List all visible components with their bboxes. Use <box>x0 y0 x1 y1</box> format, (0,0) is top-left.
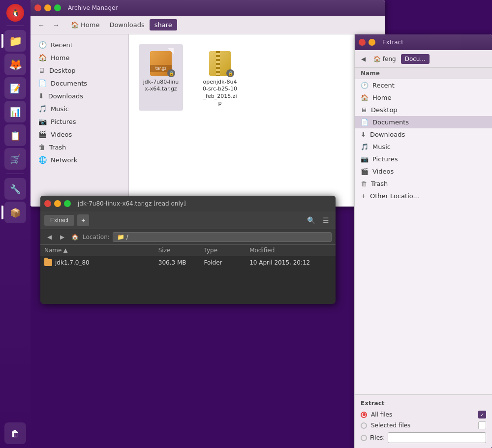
inner-close-button[interactable] <box>44 200 51 207</box>
extract-sidebar-other[interactable]: + Other Locatio... <box>355 190 492 202</box>
archive-manager-file-area: tar.gz 🔒 jdk-7u80-linux-x64.tar.gz 🔒 <box>129 34 385 207</box>
extract-sidebar-home[interactable]: 🏠 Home <box>355 91 492 104</box>
breadcrumb-share[interactable]: share <box>150 19 177 30</box>
inner-add-button[interactable]: + <box>77 214 89 226</box>
radio-selected-files[interactable] <box>361 422 367 429</box>
inner-forward-button[interactable]: ▶ <box>57 232 67 242</box>
extract-options-title: Extract <box>361 400 486 407</box>
sidebar-item-downloads[interactable]: ⬇ Downloads <box>32 90 126 102</box>
tar-gz-icon: tar.gz 🔒 <box>148 48 174 76</box>
col-header-name[interactable]: Name ▲ <box>44 247 158 254</box>
breadcrumb-home[interactable]: 🏠 Home <box>66 19 104 30</box>
sidebar-item-documents[interactable]: 📄 Documents <box>32 77 126 90</box>
videos-icon: 🎬 <box>38 130 47 138</box>
writer-taskbar-icon[interactable]: 📝 <box>4 77 26 99</box>
file-size-cell: 306.3 MB <box>158 259 204 266</box>
extract-back-button[interactable]: ◀ <box>358 54 369 64</box>
extract-breadcrumb-docu[interactable]: Docu... <box>401 54 430 64</box>
calc-taskbar-icon[interactable]: 📊 <box>4 101 26 122</box>
breadcrumb-downloads[interactable]: Downloads <box>104 19 149 30</box>
col-header-modified[interactable]: Modified <box>249 247 332 254</box>
breadcrumb-bar: 🏠 Home Downloads share <box>66 19 177 30</box>
archive-taskbar-icon[interactable]: 📦 <box>4 202 26 223</box>
sidebar-item-desktop[interactable]: 🖥 Desktop <box>32 64 126 77</box>
close-button[interactable] <box>34 4 41 11</box>
extract-trash-icon: 🗑 <box>361 180 367 187</box>
back-button[interactable]: ← <box>34 18 48 32</box>
archive-manager-titlebar: Archive Manager <box>31 0 385 16</box>
inner-archive-window: jdk-7u80-linux-x64.tar.gz [read only] Ex… <box>40 196 336 304</box>
firefox-taskbar-icon[interactable]: 🦊 <box>4 54 26 75</box>
sidebar-item-recent[interactable]: 🕐 Recent <box>32 38 126 51</box>
file-icon-jdk-tar: tar.gz 🔒 <box>147 48 175 76</box>
extract-files-input-row: Files: <box>361 432 486 443</box>
location-label: Location: <box>83 234 110 240</box>
inner-table-header: Name ▲ Size Type Modified <box>40 245 336 256</box>
inner-maximize-button[interactable] <box>64 200 71 207</box>
extract-home-sidebar-icon: 🏠 <box>361 94 369 101</box>
extract-home-icon: 🏠 <box>373 56 381 62</box>
sidebar-item-pictures[interactable]: 📷 Pictures <box>32 115 126 128</box>
sidebar-item-music[interactable]: 🎵 Music <box>32 102 126 115</box>
inner-minimize-button[interactable] <box>54 200 61 207</box>
extract-sidebar-trash[interactable]: 🗑 Trash <box>355 178 492 190</box>
window-title: Archive Manager <box>68 4 118 11</box>
impress-taskbar-icon[interactable]: 📋 <box>4 124 26 146</box>
extract-sidebar-pictures[interactable]: 📷 Pictures <box>355 153 492 165</box>
extract-sidebar-recent[interactable]: 🕐 Recent <box>355 79 492 91</box>
inner-home-button[interactable]: 🏠 <box>70 232 80 242</box>
pictures-icon: 📷 <box>38 118 47 125</box>
file-item-openjdk-zip[interactable]: 🔒 openjdk-8u40-src-b25-10_feb_2015.zip <box>198 44 242 111</box>
sidebar-item-network[interactable]: 🌐 Network <box>32 153 126 166</box>
col-header-type[interactable]: Type <box>204 247 249 254</box>
documents-icon: 📄 <box>38 79 47 87</box>
inner-file-table: Name ▲ Size Type Modified jdk1.7.0_80 30… <box>40 245 336 269</box>
extract-sidebar-downloads[interactable]: ⬇ Downloads <box>355 128 492 141</box>
home-sidebar-icon: 🏠 <box>38 54 47 61</box>
extract-file-header: Name <box>355 68 492 79</box>
sidebar-item-videos[interactable]: 🎬 Videos <box>32 128 126 141</box>
extract-min-button[interactable] <box>369 39 375 46</box>
inner-archive-toolbar: Extract + 🔍 ☰ <box>40 211 336 229</box>
file-item-jdk-tar[interactable]: tar.gz 🔒 jdk-7u80-linux-x64.tar.gz <box>139 44 183 111</box>
zip-icon: 🔒 <box>207 48 233 76</box>
label-files-input: Files: <box>370 434 385 441</box>
extract-desktop-icon: 🖥 <box>361 106 367 114</box>
extract-sidebar-music[interactable]: 🎵 Music <box>355 141 492 153</box>
extract-dialog: Extract ◀ 🏠 feng Docu... Name 🕐 Recent 🏠… <box>354 34 492 448</box>
downloads-icon: ⬇ <box>38 92 44 100</box>
trash-taskbar-icon[interactable]: 🗑 <box>4 422 26 444</box>
col-header-size[interactable]: Size <box>158 247 204 254</box>
extract-breadcrumb-home[interactable]: 🏠 feng <box>369 54 400 64</box>
extract-sidebar-videos[interactable]: 🎬 Videos <box>355 165 492 178</box>
extract-breadcrumb-bar: ◀ 🏠 feng Docu... <box>355 50 492 68</box>
radio-files-input[interactable] <box>361 435 367 441</box>
extract-window-title: Extract <box>382 39 403 46</box>
label-selected-files: Selected files <box>371 422 410 429</box>
extract-titlebar: Extract <box>355 34 492 50</box>
inner-extract-button[interactable]: Extract <box>44 215 74 226</box>
maximize-button[interactable] <box>54 4 61 11</box>
amazon-taskbar-icon[interactable]: 🛒 <box>4 148 26 170</box>
taskbar-separator-1 <box>6 26 24 26</box>
checkbox-all-files[interactable]: ✓ <box>478 411 486 418</box>
files-taskbar-icon[interactable]: 📁 <box>4 30 26 52</box>
sidebar-item-home[interactable]: 🏠 Home <box>32 51 126 64</box>
tools-taskbar-icon[interactable]: 🔧 <box>4 178 26 200</box>
table-row[interactable]: jdk1.7.0_80 306.3 MB Folder 10 April 201… <box>40 256 336 269</box>
forward-button[interactable]: → <box>49 18 63 32</box>
ubuntu-logo-icon[interactable]: 🐧 <box>6 4 24 22</box>
sidebar-item-trash[interactable]: 🗑 Trash <box>32 141 126 153</box>
extract-sidebar-desktop[interactable]: 🖥 Desktop <box>355 104 492 116</box>
radio-all-files[interactable] <box>361 412 367 418</box>
files-input-textbox[interactable] <box>388 432 486 443</box>
minimize-button[interactable] <box>44 4 51 11</box>
extract-downloads-icon: ⬇ <box>361 131 366 138</box>
extract-sidebar-documents[interactable]: 📄 Documents <box>355 116 492 128</box>
extract-videos-icon: 🎬 <box>361 168 369 175</box>
inner-back-button[interactable]: ◀ <box>44 232 54 242</box>
inner-search-button[interactable]: 🔍 <box>305 214 317 226</box>
inner-menu-button[interactable]: ☰ <box>320 214 332 226</box>
checkbox-selected-files[interactable] <box>478 421 486 429</box>
extract-close-button[interactable] <box>359 39 366 46</box>
